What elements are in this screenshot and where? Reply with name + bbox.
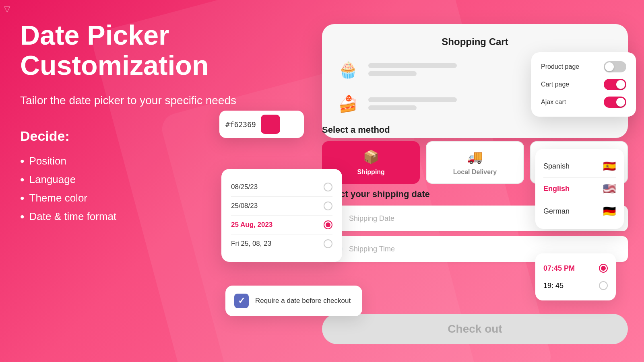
toggle-thumb [616,98,625,107]
toggle-label: Ajax cart [541,99,566,106]
require-date-label: Require a date before checkout [255,297,351,305]
require-date-checkbox[interactable]: ✓ [234,294,249,308]
time-radio-active[interactable] [599,264,608,273]
ui-area: Shopping Cart 🧁 🍰 Product page [294,12,640,350]
time-radio[interactable] [599,281,608,290]
ajax-cart-toggle[interactable] [604,97,626,108]
list-item: Language [20,171,246,189]
cart-title: Shopping Cart [334,36,616,47]
date-format-option[interactable]: 25/08/23 [231,197,332,216]
radio-button-active[interactable] [324,220,332,229]
require-date-card: ✓ Require a date before checkout [225,286,362,316]
flag-icon-spanish: 🇪🇸 [603,160,616,173]
main-title: Date Picker Customization [20,20,246,80]
toggle-thumb [616,80,625,89]
date-format-text: 08/25/23 [231,183,258,191]
toggle-row-cart: Cart page [541,79,626,90]
logo-mark: ▽ [4,4,10,14]
toggle-row-product: Product page [541,61,626,72]
language-option-german[interactable]: German 🇩🇪 [543,200,616,222]
radio-button[interactable] [324,183,332,191]
local-delivery-icon: 🚚 [467,149,483,165]
flag-icon-german: 🇩🇪 [603,205,616,218]
time-options-card: 07:45 PM 19: 45 [535,253,616,300]
toggle-thumb [605,62,614,71]
toggle-label: Product page [541,63,579,70]
time-text: 19: 45 [543,282,564,290]
local-delivery-method-button[interactable]: 🚚 Local Delivery [426,141,524,184]
decide-title: Decide: [20,128,246,144]
date-format-option[interactable]: 08/25/23 [231,178,332,197]
toggle-label: Cart page [541,81,569,88]
cart-item-line [368,105,417,110]
cart-item-image: 🍰 [334,90,362,118]
cart-item-line [368,71,417,76]
language-name: Spanish [543,162,570,171]
shipping-date-placeholder: Shipping Date [349,214,394,223]
color-hex-value: #f62369 [225,120,256,129]
list-item: Theme color [20,189,246,208]
cart-page-toggle[interactable] [604,79,626,90]
time-option-24h[interactable]: 19: 45 [543,277,608,294]
cart-item-line [368,97,457,102]
list-item: Position [20,152,246,171]
shipping-icon: 📦 [363,149,379,165]
radio-button[interactable] [324,239,332,248]
cart-item-image: 🧁 [334,56,362,84]
language-name: German [543,207,570,216]
shipping-label: Shipping [357,169,384,176]
shipping-time-placeholder: Shipping Time [349,245,395,253]
product-page-toggle[interactable] [604,61,626,72]
checkout-button[interactable]: Check out [322,314,628,344]
list-item: Date & time format [20,208,246,226]
date-format-text-active: 25 Aug, 2023 [231,221,272,229]
language-name-active: English [543,185,570,193]
flag-icon-english: 🇺🇸 [603,183,616,195]
date-format-option[interactable]: Fri 25, 08, 23 [231,234,332,253]
method-section-title: Select a method [322,125,628,135]
left-panel: Date Picker Customization Tailor the dat… [20,20,246,226]
toggle-card: Product page Cart page Ajax cart [531,52,636,117]
date-format-text: 25/08/23 [231,202,258,210]
color-swatch[interactable] [261,115,280,134]
checkmark-icon: ✓ [238,296,245,306]
local-delivery-label: Local Delivery [453,169,497,176]
time-text-active: 07:45 PM [543,264,575,273]
color-picker-card: #f62369 [219,111,304,138]
date-format-option[interactable]: 25 Aug, 2023 [231,216,332,234]
language-option-english[interactable]: English 🇺🇸 [543,178,616,200]
radio-button[interactable] [324,202,332,210]
language-card: Spanish 🇪🇸 English 🇺🇸 German 🇩🇪 [535,149,624,229]
cart-item-line [368,63,457,68]
time-option-12h[interactable]: 07:45 PM [543,260,608,277]
date-format-text: Fri 25, 08, 23 [231,240,271,248]
date-format-card: 08/25/23 25/08/23 25 Aug, 2023 Fri 25, 0… [221,169,342,262]
language-option-spanish[interactable]: Spanish 🇪🇸 [543,155,616,178]
decide-list: Position Language Theme color Date & tim… [20,152,246,226]
subtitle: Tailor the date picker to your specific … [20,93,246,108]
toggle-row-ajax: Ajax cart [541,97,626,108]
